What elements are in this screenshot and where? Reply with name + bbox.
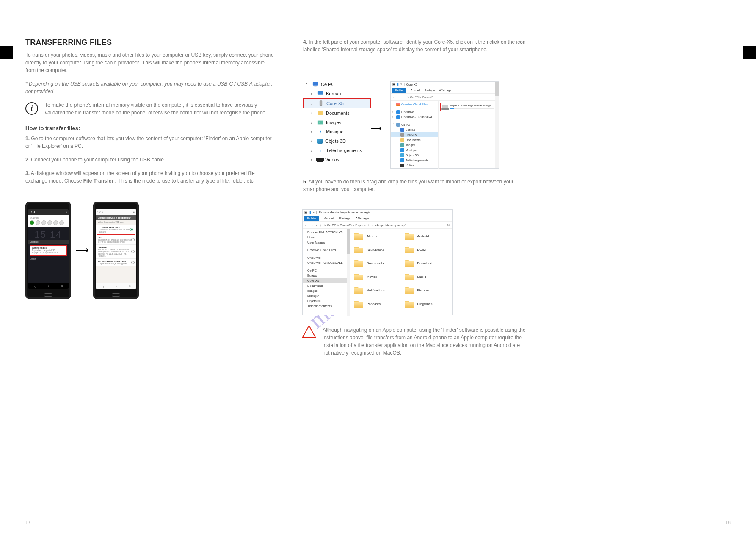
- home-icon: ○: [48, 285, 50, 287]
- tree-item-objets3d: › Objets 3D: [303, 136, 371, 146]
- music-icon: [400, 148, 404, 152]
- home-icon: ○: [116, 285, 117, 287]
- side-label: Core-X5: [307, 279, 319, 283]
- step3-textb: . This is the mode to use to transfer an…: [115, 178, 255, 184]
- mini-explorer: ▣ ▮ ▾ | Core-X5 Fichier Accueil Partage …: [390, 81, 499, 169]
- side-label: Musique: [406, 149, 417, 152]
- warning-text: Although navigating on an Apple computer…: [323, 326, 527, 357]
- tab-accueil: Accueil: [324, 216, 334, 220]
- tree-item-images: › Images: [303, 118, 371, 127]
- phone2-statusbar: 15:15 ▮: [96, 209, 136, 215]
- folder-item: Documents: [354, 257, 399, 269]
- lg-explorer-title: Espace de stockage interne partagé: [319, 211, 370, 214]
- scrollbar: [347, 229, 350, 316]
- page-number-right: 18: [726, 520, 731, 525]
- chevron-right-icon: ›: [311, 111, 315, 116]
- phone2-navbar: ◁ ○ □: [96, 283, 136, 289]
- folder-label: Android: [417, 234, 429, 238]
- pc-icon: [312, 81, 318, 87]
- svg-rect-3: [320, 101, 322, 106]
- page-number-left: 17: [25, 520, 30, 525]
- breadcrumb-path: > Ce PC > Core-X5: [408, 96, 433, 99]
- folder-icon: [354, 246, 363, 253]
- nav-up-icon: ↑: [320, 223, 322, 227]
- phone-device-icon: [400, 133, 404, 137]
- pc-icon: [396, 123, 400, 127]
- folder-icon: [354, 259, 363, 267]
- step5-label: 5.: [303, 179, 307, 185]
- folder-icon: [405, 246, 414, 253]
- side-label: Musique: [307, 294, 319, 298]
- mini-explorer-tabs: Fichier Accueil Partage Affichage: [391, 87, 499, 94]
- folder-item: Download: [405, 257, 450, 269]
- tree-item-telechargements: › ↓ Téléchargements: [303, 146, 371, 155]
- side-label: Core-X5: [406, 133, 417, 136]
- tree-item-corex5: › Core-X5: [303, 98, 371, 108]
- desktop-icon: [400, 128, 404, 132]
- recents-icon: □: [129, 285, 130, 287]
- step4-label: 4.: [303, 39, 307, 45]
- folder-label: DCIM: [417, 248, 426, 252]
- phone1-statusbar: 15:14 ▮: [28, 209, 69, 215]
- phone2-option-filetransfer: Transfert de fichiers Transférer des fic…: [97, 225, 135, 235]
- phone1-battery-icon: ▮: [66, 211, 67, 213]
- folder-item: Podcasts: [354, 297, 399, 310]
- side-label: Ce PC: [401, 123, 410, 126]
- folder-label: Notifications: [367, 288, 385, 292]
- phone2-subheader: Utiliser la connexion USB pour: [96, 220, 136, 224]
- phone1-date: lun. 10 oct.: [30, 217, 67, 219]
- nav-back-icon: ←: [304, 223, 308, 227]
- side-label: OneDrive - CROSSCALL: [307, 261, 343, 265]
- phone-device-icon: [318, 100, 324, 106]
- folder-item: Ringtones: [405, 297, 450, 310]
- side-label: Links: [307, 236, 315, 239]
- page-edge-tab-left: [0, 46, 13, 59]
- folder-label: Music: [417, 275, 426, 279]
- tree-item-label: Bureau: [326, 91, 341, 96]
- chevron-right-icon: ›: [311, 120, 315, 125]
- phone1-toggle-bt-icon: [36, 220, 40, 225]
- step5-text: All you have to do then is drag and drop…: [303, 179, 513, 192]
- downloads-icon: ↓: [317, 147, 323, 153]
- side-label: Bureau: [307, 274, 317, 277]
- window-icon: ▣: [392, 83, 395, 86]
- warning-block: ! Although navigating on an Apple comput…: [303, 326, 527, 357]
- videos-icon: [400, 164, 404, 167]
- side-label: OneDrive: [307, 256, 321, 260]
- phone1-quicksettings: lun. 10 oct.: [28, 215, 69, 227]
- chevron-right-icon: ›: [311, 148, 315, 153]
- section-title: TRANSFERRING FILES: [25, 38, 275, 47]
- folder-label: Alarms: [367, 234, 377, 238]
- drive-usage-bar: [450, 108, 494, 109]
- folder-item: Android: [405, 230, 450, 242]
- phone1-section-label: Silencieux: [28, 240, 69, 244]
- side-label: Images: [307, 289, 318, 293]
- folder-icon: [405, 300, 414, 308]
- warning-icon: !: [303, 326, 315, 337]
- quick-access-icon: ▮: [309, 211, 311, 214]
- chevron-right-icon: ›: [311, 139, 315, 144]
- chevron-down-icon: ˅: [306, 82, 310, 87]
- intro-text: To transfer your photos, videos, music a…: [25, 51, 275, 74]
- phone2-header: Connexion USB à l'ordinateur: [96, 215, 136, 220]
- tab-partage: Partage: [425, 89, 435, 92]
- folder-item: Movies: [354, 270, 399, 283]
- cloud-icon: [396, 103, 400, 106]
- chevron-right-icon: ›: [311, 101, 315, 106]
- tab-affichage: Affichage: [356, 216, 369, 220]
- radio-icon: [131, 261, 135, 264]
- window-icon: ▣: [304, 211, 308, 214]
- onedrive-icon: [396, 110, 400, 114]
- phone2-option-cdrom: CD-ROM Afficher un CD-ROM contenant outi…: [96, 245, 136, 259]
- footnote: * Depending on the USB sockets available…: [25, 80, 275, 95]
- tab-accueil: Accueil: [411, 89, 420, 92]
- tree-item-label: Images: [326, 120, 341, 125]
- chevron-down-icon: ▾: [400, 83, 402, 86]
- step3: 3. A dialogue window will appear on the …: [25, 169, 275, 185]
- desktop-icon: [317, 91, 323, 97]
- side-label: Objets 3D: [307, 299, 321, 303]
- svg-rect-2: [318, 91, 323, 95]
- folder-icon: [405, 286, 414, 294]
- large-explorer: ▣ ▮ ▾ | Espace de stockage interne parta…: [302, 209, 453, 315]
- phone2-screen: 15:15 ▮ Connexion USB à l'ordinateur Uti…: [96, 209, 136, 289]
